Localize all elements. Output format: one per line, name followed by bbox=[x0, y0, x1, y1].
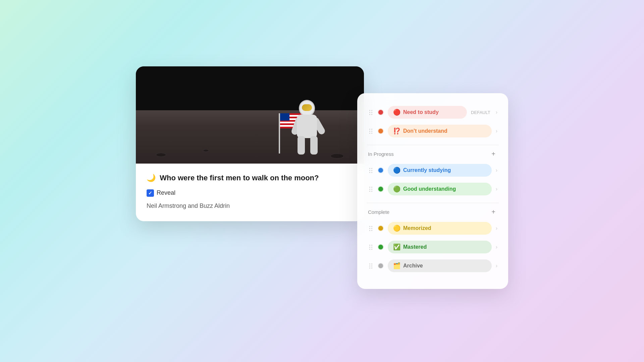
need-to-study-badge[interactable]: 🔴 Need to study bbox=[388, 106, 467, 119]
crater bbox=[330, 154, 344, 159]
drag-handle[interactable] bbox=[368, 167, 374, 174]
status-item-memorized[interactable]: 🟡 Memorized › bbox=[367, 219, 499, 237]
question-emoji: 🌙 bbox=[147, 174, 156, 182]
dot-inner-gray bbox=[378, 263, 383, 268]
currently-studying-emoji: 🔵 bbox=[393, 167, 400, 174]
memorized-emoji: 🟡 bbox=[393, 225, 400, 232]
in-progress-section: In Progress + 🔵 Currently studying › bbox=[367, 150, 499, 198]
good-understanding-emoji: 🟢 bbox=[393, 185, 400, 193]
dot-outer-yellow bbox=[378, 225, 384, 231]
drag-handle[interactable] bbox=[368, 225, 374, 232]
default-label: DEFAULT bbox=[471, 110, 490, 115]
astro-leg-right bbox=[310, 136, 318, 155]
chevron-right-icon[interactable]: › bbox=[496, 128, 497, 134]
main-container: 🌙 Who were the first men to walk on the … bbox=[136, 66, 508, 289]
dot-outer-green2 bbox=[378, 244, 384, 250]
good-understanding-badge[interactable]: 🟢 Good understanding bbox=[388, 183, 492, 195]
mastered-badge[interactable]: ✅ Mastered bbox=[388, 241, 492, 253]
archive-emoji: 🗂️ bbox=[393, 262, 400, 269]
mastered-emoji: ✅ bbox=[393, 243, 400, 251]
dot-outer-gray bbox=[378, 263, 384, 269]
default-section: 🔴 Need to study DEFAULT › ⁉️ Don' bbox=[367, 103, 499, 140]
status-item-need-to-study[interactable]: 🔴 Need to study DEFAULT › bbox=[367, 103, 499, 121]
dot-outer-red bbox=[378, 109, 384, 115]
dont-understand-badge[interactable]: ⁉️ Don't understand bbox=[388, 125, 492, 137]
dont-understand-emoji: ⁉️ bbox=[393, 127, 400, 135]
drag-handle[interactable] bbox=[368, 244, 374, 250]
dot-inner-red bbox=[378, 110, 383, 115]
astro-leg-left bbox=[298, 136, 305, 155]
mastered-label: Mastered bbox=[403, 244, 427, 250]
dot-outer-blue bbox=[378, 167, 384, 173]
reveal-label: Reveal bbox=[157, 189, 175, 196]
chevron-right-icon[interactable]: › bbox=[496, 167, 497, 173]
drag-handle[interactable] bbox=[368, 128, 374, 134]
flashcard-content: 🌙 Who were the first men to walk on the … bbox=[136, 164, 364, 221]
dot-inner-green2 bbox=[378, 245, 383, 249]
astro-visor bbox=[302, 104, 312, 111]
chevron-right-icon[interactable]: › bbox=[496, 225, 497, 231]
reveal-checkbox[interactable] bbox=[147, 189, 154, 197]
status-item-good-understanding[interactable]: 🟢 Good understanding › bbox=[367, 180, 499, 198]
in-progress-header: In Progress + bbox=[367, 150, 499, 158]
flashcard: 🌙 Who were the first men to walk on the … bbox=[136, 66, 364, 221]
dot-inner-blue bbox=[378, 168, 383, 173]
dot-outer-orange bbox=[378, 128, 384, 134]
need-to-study-label: Need to study bbox=[403, 109, 439, 115]
crater bbox=[156, 153, 166, 157]
need-to-study-emoji: 🔴 bbox=[393, 109, 400, 116]
archive-badge[interactable]: 🗂️ Archive bbox=[388, 259, 492, 272]
in-progress-title: In Progress bbox=[368, 151, 394, 157]
complete-section: Complete + 🟡 Memorized › bbox=[367, 208, 499, 275]
status-item-archive[interactable]: 🗂️ Archive › bbox=[367, 257, 499, 275]
drag-handle[interactable] bbox=[368, 109, 374, 116]
currently-studying-badge[interactable]: 🔵 Currently studying bbox=[388, 164, 492, 177]
flashcard-question: 🌙 Who were the first men to walk on the … bbox=[147, 173, 353, 183]
add-complete-button[interactable]: + bbox=[489, 208, 497, 216]
flag-canton bbox=[280, 113, 289, 121]
chevron-right-icon[interactable]: › bbox=[496, 109, 497, 115]
complete-header: Complete + bbox=[367, 208, 499, 216]
moon-surface bbox=[136, 110, 364, 164]
flag-pole bbox=[279, 113, 280, 154]
memorized-badge[interactable]: 🟡 Memorized bbox=[388, 222, 492, 235]
chevron-right-icon[interactable]: › bbox=[496, 186, 497, 192]
complete-title: Complete bbox=[368, 209, 389, 215]
status-panel: 🔴 Need to study DEFAULT › ⁉️ Don' bbox=[357, 93, 508, 289]
dont-understand-label: Don't understand bbox=[403, 128, 447, 134]
crater bbox=[203, 149, 209, 152]
archive-label: Archive bbox=[403, 263, 423, 269]
good-understanding-label: Good understanding bbox=[403, 186, 456, 192]
flashcard-answer: Neil Armstrong and Buzz Aldrin bbox=[147, 201, 353, 210]
memorized-label: Memorized bbox=[403, 225, 431, 231]
chevron-right-icon[interactable]: › bbox=[496, 263, 497, 269]
divider-1 bbox=[367, 145, 499, 145]
add-in-progress-button[interactable]: + bbox=[489, 150, 497, 158]
divider-2 bbox=[367, 203, 499, 203]
status-item-mastered[interactable]: ✅ Mastered › bbox=[367, 238, 499, 256]
dot-inner-green bbox=[378, 187, 383, 191]
status-item-dont-understand[interactable]: ⁉️ Don't understand › bbox=[367, 122, 499, 140]
drag-handle[interactable] bbox=[368, 263, 374, 269]
status-item-currently-studying[interactable]: 🔵 Currently studying › bbox=[367, 161, 499, 179]
dot-outer-green bbox=[378, 186, 384, 192]
question-text: Who were the first men to walk on the mo… bbox=[160, 174, 319, 182]
chevron-right-icon[interactable]: › bbox=[496, 244, 497, 250]
flashcard-reveal[interactable]: Reveal bbox=[147, 189, 353, 197]
astro-helmet bbox=[299, 100, 315, 117]
moon-sky bbox=[136, 66, 364, 115]
astro-body bbox=[297, 115, 317, 138]
dot-inner-yellow bbox=[378, 226, 383, 231]
astronaut-figure bbox=[290, 100, 324, 154]
currently-studying-label: Currently studying bbox=[403, 167, 451, 173]
dot-inner-orange bbox=[378, 129, 383, 133]
flashcard-image bbox=[136, 66, 364, 164]
drag-handle[interactable] bbox=[368, 186, 374, 192]
